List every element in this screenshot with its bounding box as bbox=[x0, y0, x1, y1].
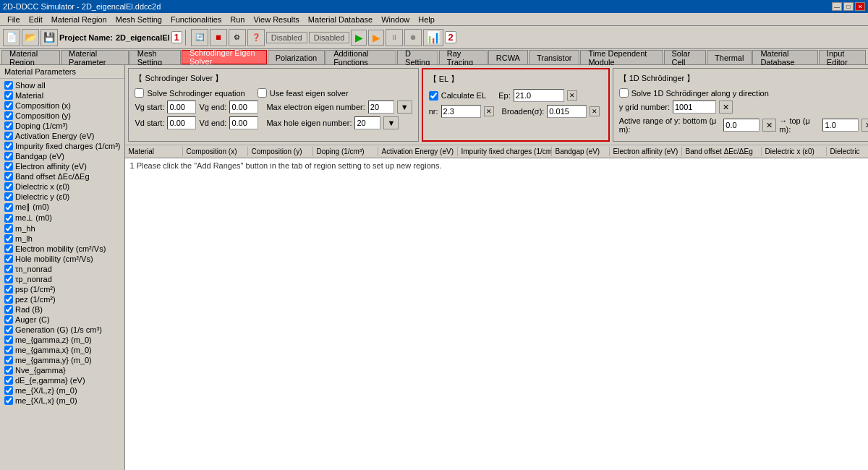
title-controls: — □ ✕ bbox=[832, 2, 865, 11]
checkbox-show-all[interactable] bbox=[4, 81, 13, 90]
solve-schrodinger-checkbox[interactable] bbox=[135, 88, 144, 98]
checkbox-doping[interactable] bbox=[4, 121, 13, 130]
checkbox-de-gamma[interactable] bbox=[4, 376, 13, 385]
checkbox-tp-nonrad[interactable] bbox=[4, 275, 13, 283]
checkbox-dielectric-y[interactable] bbox=[4, 192, 13, 201]
play-btn-orange[interactable]: ▶ bbox=[368, 30, 384, 46]
tab-solar-cell[interactable]: Solar Cell bbox=[664, 50, 707, 64]
checkbox-impurity[interactable] bbox=[4, 142, 13, 150]
checkbox-me-xl-x[interactable] bbox=[4, 396, 13, 405]
checkbox-composition-x[interactable] bbox=[4, 101, 13, 110]
checkbox-tn-nonrad[interactable] bbox=[4, 265, 13, 273]
checkbox-me-gamma-z[interactable] bbox=[4, 336, 13, 344]
max-hole-btn[interactable]: ▼ bbox=[383, 116, 399, 129]
checkbox-m-lh[interactable] bbox=[4, 234, 13, 243]
ep-input[interactable] bbox=[514, 89, 564, 102]
disabled-btn-1[interactable]: Disabled bbox=[266, 32, 307, 43]
broaden-clear-btn[interactable]: ✕ bbox=[590, 106, 600, 116]
checkbox-composition-y[interactable] bbox=[4, 111, 13, 120]
max-electron-btn[interactable]: ▼ bbox=[397, 101, 412, 114]
checkbox-electron-mobility[interactable] bbox=[4, 244, 13, 253]
menu-mesh-setting[interactable]: Mesh Setting bbox=[111, 14, 166, 25]
checkbox-dielectric-x[interactable] bbox=[4, 182, 13, 191]
record-btn[interactable]: ⏺ bbox=[404, 29, 422, 46]
menu-material-region[interactable]: Material Region bbox=[47, 14, 111, 25]
tab-time-dependent[interactable]: Time Dependent Module bbox=[580, 50, 663, 64]
refresh-btn[interactable]: 🔄 bbox=[191, 29, 208, 46]
feast-eigen-checkbox[interactable] bbox=[258, 88, 267, 98]
checkbox-me-perp[interactable] bbox=[4, 214, 13, 223]
checkbox-hole-mobility[interactable] bbox=[4, 255, 13, 263]
disabled-btn-2[interactable]: Disabled bbox=[309, 32, 350, 43]
vd-end-input[interactable] bbox=[229, 116, 258, 129]
checkbox-me-xl-z[interactable] bbox=[4, 386, 13, 395]
tab-material-region[interactable]: Material Region bbox=[1, 50, 60, 64]
tab-transistor[interactable]: Transistor bbox=[529, 50, 580, 64]
tab-rcwa[interactable]: RCWA bbox=[488, 50, 528, 64]
menu-functionalities[interactable]: Functionalities bbox=[166, 14, 226, 25]
menu-run[interactable]: Run bbox=[226, 14, 249, 25]
top-input[interactable] bbox=[822, 119, 859, 132]
checkbox-material[interactable] bbox=[4, 91, 13, 100]
checkbox-rad[interactable] bbox=[4, 305, 13, 314]
checkbox-electron-affinity[interactable] bbox=[4, 162, 13, 171]
bottom-clear-btn[interactable]: ✕ bbox=[762, 119, 776, 132]
chart-btn[interactable]: 📊 bbox=[423, 29, 443, 46]
settings-btn[interactable]: ⚙ bbox=[229, 29, 246, 46]
checkbox-activation-energy[interactable] bbox=[4, 132, 13, 140]
tab-input-editor[interactable]: Input Editor bbox=[819, 50, 866, 64]
new-btn[interactable]: 📄 bbox=[3, 29, 20, 46]
stop-btn[interactable]: ⏹ bbox=[210, 29, 227, 46]
menu-view-results[interactable]: View Results bbox=[249, 14, 303, 25]
help-btn[interactable]: ❓ bbox=[247, 29, 265, 46]
ep-clear-btn[interactable]: ✕ bbox=[567, 90, 577, 101]
tab-additional-functions[interactable]: Additional Functions bbox=[326, 50, 396, 64]
pause-btn[interactable]: ⏸ bbox=[386, 29, 403, 46]
tab-material-parameter[interactable]: Material Parameter bbox=[61, 50, 129, 64]
checkbox-me-gamma-y[interactable] bbox=[4, 356, 13, 364]
checkbox-pez[interactable] bbox=[4, 295, 13, 304]
checkbox-auger[interactable] bbox=[4, 315, 13, 324]
tab-d-setting[interactable]: D Setting bbox=[397, 50, 438, 64]
vg-end-input[interactable] bbox=[229, 101, 258, 114]
max-electron-input[interactable] bbox=[368, 101, 394, 114]
menu-file[interactable]: File bbox=[3, 14, 25, 25]
checkbox-me-gamma-x[interactable] bbox=[4, 346, 13, 354]
close-btn[interactable]: ✕ bbox=[855, 2, 865, 11]
play-btn-green[interactable]: ▶ bbox=[351, 30, 367, 46]
open-btn[interactable]: 📂 bbox=[22, 29, 39, 46]
menu-help[interactable]: Help bbox=[414, 14, 439, 25]
vd-start-input[interactable] bbox=[167, 116, 196, 129]
menu-edit[interactable]: Edit bbox=[25, 14, 47, 25]
minimize-btn[interactable]: — bbox=[832, 2, 842, 11]
menu-material-database[interactable]: Material Database bbox=[304, 14, 377, 25]
menu-window[interactable]: Window bbox=[377, 14, 414, 25]
checkbox-generation[interactable] bbox=[4, 325, 13, 334]
grid-input[interactable] bbox=[673, 101, 716, 114]
calculate-el-checkbox[interactable] bbox=[429, 91, 438, 101]
tab-thermal[interactable]: Thermal bbox=[707, 50, 752, 64]
checkbox-band-offset[interactable] bbox=[4, 172, 13, 181]
checkbox-scroll-area[interactable]: Show all Material Composition (x) Compos… bbox=[0, 79, 124, 470]
tab-ray-tracing[interactable]: Ray Tracing bbox=[439, 50, 488, 64]
max-hole-input[interactable] bbox=[354, 116, 380, 129]
checkbox-m-hh[interactable] bbox=[4, 224, 13, 233]
tab-mesh-setting[interactable]: Mesh Setting bbox=[129, 50, 181, 64]
bottom-input[interactable] bbox=[723, 119, 760, 132]
nr-input[interactable] bbox=[441, 105, 481, 118]
checkbox-psp[interactable] bbox=[4, 285, 13, 294]
vg-start-input[interactable] bbox=[167, 101, 196, 114]
save-btn[interactable]: 💾 bbox=[41, 29, 58, 46]
tab-polarization[interactable]: Polarization bbox=[268, 50, 325, 64]
checkbox-me-parallel[interactable] bbox=[4, 203, 13, 212]
solve-1d-checkbox[interactable] bbox=[619, 88, 629, 98]
maximize-btn[interactable]: □ bbox=[843, 2, 854, 11]
nr-clear-btn[interactable]: ✕ bbox=[484, 106, 494, 116]
broaden-input[interactable] bbox=[547, 105, 587, 118]
grid-clear-btn[interactable]: ✕ bbox=[719, 101, 733, 114]
checkbox-nve-gamma[interactable] bbox=[4, 366, 13, 375]
checkbox-bandgap[interactable] bbox=[4, 152, 13, 161]
tab-schrodinger-eigen[interactable]: Schrodinger Eigen Solver bbox=[182, 50, 267, 64]
top-clear-btn[interactable]: ✕ bbox=[861, 119, 868, 132]
tab-material-database[interactable]: Material Database bbox=[752, 50, 817, 64]
